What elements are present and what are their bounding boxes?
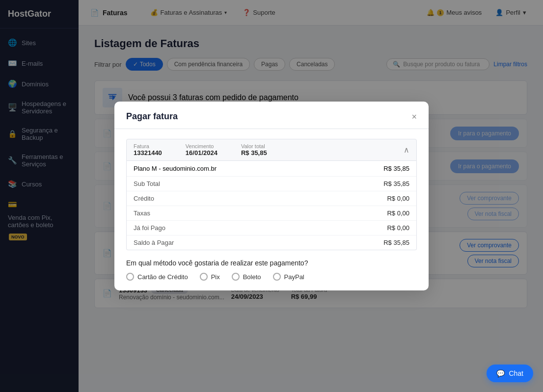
fatura-val: 13321440 (134, 149, 162, 157)
vencimento-col: Vencimento 16/01/2024 (186, 143, 217, 157)
product-name: Plano M - seudominio.com.br (134, 165, 217, 172)
product-value: R$ 35,85 (383, 165, 409, 172)
radio-cartao[interactable] (126, 273, 134, 281)
collapse-button[interactable]: ∧ (404, 145, 409, 155)
radio-boleto[interactable] (232, 273, 240, 281)
chat-button[interactable]: 💬 Chat (487, 365, 533, 382)
payment-boleto-label: Boleto (243, 273, 261, 281)
chat-label: Chat (509, 369, 523, 377)
invoice-detail-table: Plano M - seudominio.com.br R$ 35,85 Sub… (126, 161, 417, 250)
credito-row: Crédito R$ 0,00 (127, 191, 416, 206)
modal-body: Fatura 13321440 Vencimento 16/01/2024 Va… (114, 129, 429, 290)
ja-foi-pago-row: Já foi Pago R$ 0,00 (127, 221, 416, 235)
taxas-value: R$ 0,00 (387, 209, 409, 217)
subtotal-row: Sub Total R$ 35,85 (127, 177, 416, 191)
valor-label: Valor total (241, 143, 267, 149)
valor-col: Valor total R$ 35,85 (241, 143, 267, 157)
pagar-fatura-modal: Pagar fatura × Fatura 13321440 Venciment… (114, 102, 429, 290)
ja-foi-pago-value: R$ 0,00 (387, 224, 409, 232)
modal-overlay[interactable]: Pagar fatura × Fatura 13321440 Venciment… (0, 0, 543, 392)
chat-icon: 💬 (496, 369, 505, 377)
payment-option-boleto[interactable]: Boleto (232, 273, 261, 281)
valor-val: R$ 35,85 (241, 149, 267, 157)
credito-label: Crédito (134, 195, 154, 202)
invoice-detail-header: Fatura 13321440 Vencimento 16/01/2024 Va… (126, 139, 417, 161)
radio-paypal[interactable] (273, 273, 281, 281)
taxas-label: Taxas (134, 209, 150, 217)
ja-foi-pago-label: Já foi Pago (134, 224, 165, 232)
credito-value: R$ 0,00 (387, 195, 409, 202)
payment-pix-label: Pix (211, 273, 220, 281)
payment-cartao-label: Cartão de Crédito (137, 273, 188, 281)
saldo-pagar-row: Saldo à Pagar R$ 35,85 (127, 235, 416, 250)
fatura-col: Fatura 13321440 (134, 143, 162, 157)
fatura-label: Fatura (134, 143, 162, 149)
payment-question: Em qual método você gostaria de realizar… (126, 259, 417, 267)
payment-option-paypal[interactable]: PayPal (273, 273, 304, 281)
invoice-header-cols: Fatura 13321440 Vencimento 16/01/2024 Va… (134, 143, 267, 157)
saldo-pagar-value: R$ 35,85 (383, 239, 409, 246)
modal-header: Pagar fatura × (114, 102, 429, 129)
vencimento-label: Vencimento (186, 143, 217, 149)
payment-options: Cartão de Crédito Pix Boleto PayPal (126, 273, 417, 281)
taxas-row: Taxas R$ 0,00 (127, 206, 416, 221)
saldo-pagar-label: Saldo à Pagar (134, 239, 174, 246)
subtotal-value: R$ 35,85 (383, 180, 409, 187)
payment-option-cartao[interactable]: Cartão de Crédito (126, 273, 188, 281)
modal-title: Pagar fatura (126, 111, 178, 122)
vencimento-val: 16/01/2024 (186, 149, 217, 157)
payment-paypal-label: PayPal (284, 273, 304, 281)
product-row: Plano M - seudominio.com.br R$ 35,85 (127, 161, 416, 177)
subtotal-label: Sub Total (134, 180, 160, 187)
modal-close-button[interactable]: × (411, 112, 417, 121)
radio-pix[interactable] (200, 273, 208, 281)
payment-option-pix[interactable]: Pix (200, 273, 220, 281)
